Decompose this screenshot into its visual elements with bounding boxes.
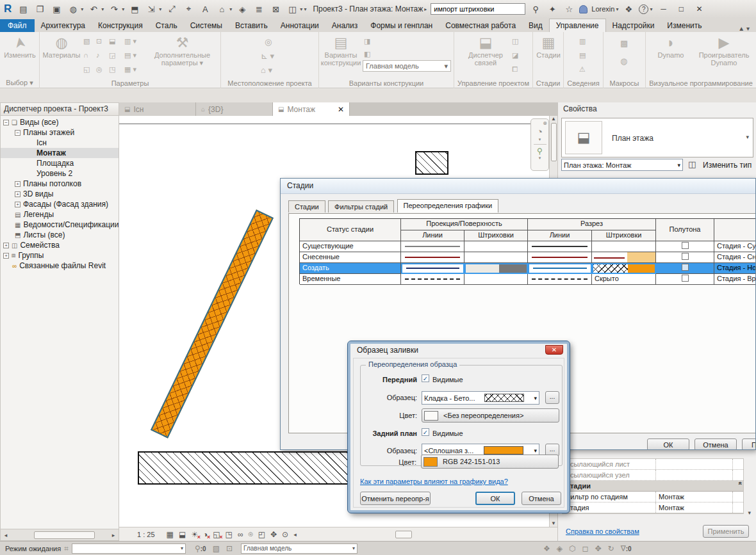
project-info-icon[interactable]: ⬓ bbox=[109, 37, 115, 45]
object-styles-icon[interactable]: ▧ bbox=[83, 37, 90, 45]
scrollbar-thumb[interactable] bbox=[34, 531, 95, 539]
tree-item-families[interactable]: +◫Семейства bbox=[1, 240, 119, 250]
instance-selector[interactable]: План этажа: Монтаж▾ bbox=[561, 159, 683, 171]
canvas-horizontal-scrollbar[interactable] bbox=[395, 531, 412, 538]
save-icon[interactable]: ▣ bbox=[50, 3, 63, 15]
background-color-button[interactable]: RGB 242-151-013 bbox=[421, 454, 559, 469]
reveal-hidden-elements-icon[interactable]: ⌾ bbox=[248, 530, 252, 539]
aligned-dimension-icon[interactable]: ⤢ bbox=[165, 3, 178, 15]
mep-settings-icon[interactable]: ▤ ▾ bbox=[124, 51, 136, 60]
cell-proj-pattern[interactable] bbox=[464, 274, 528, 285]
fill-dialog-title[interactable]: Образец заливки bbox=[350, 344, 567, 357]
cell-halftone[interactable] bbox=[656, 241, 714, 252]
tree-item-views[interactable]: −❏Виды (все) bbox=[1, 117, 119, 127]
tab-addins[interactable]: Надстройки bbox=[606, 19, 661, 32]
dynamo-button[interactable]: ◗ Dynamo bbox=[651, 35, 691, 59]
search-icon[interactable]: ⚲ bbox=[529, 3, 542, 15]
viewbar-collapse-icon[interactable]: ◂ bbox=[293, 531, 297, 538]
visual-style-icon[interactable]: ⬓ bbox=[179, 530, 186, 539]
cell-halftone[interactable] bbox=[656, 263, 714, 274]
property-row[interactable]: Ссылающийся узел bbox=[563, 470, 743, 481]
warnings-icon[interactable]: ⚠ bbox=[579, 65, 586, 74]
expand-icon[interactable]: + bbox=[3, 253, 9, 259]
tree-item-sheets[interactable]: ⬒Листы (все) bbox=[1, 230, 119, 240]
cell-halftone[interactable] bbox=[656, 252, 714, 263]
exclude-options-icon[interactable]: ▧ bbox=[213, 544, 220, 553]
drag-on-selection-icon[interactable]: ↻ bbox=[608, 544, 614, 553]
design-options-button[interactable]: ▤ Варианты конструкции bbox=[322, 35, 360, 67]
search-input[interactable] bbox=[431, 3, 525, 15]
tree-item-legends[interactable]: ▤Легенды bbox=[1, 209, 119, 220]
orange-braced-column[interactable] bbox=[151, 209, 274, 438]
tab-architecture[interactable]: Архитектура bbox=[35, 19, 92, 32]
additional-settings-button[interactable]: ⚒ Дополнительные параметры ▾ bbox=[149, 35, 216, 67]
print-icon[interactable]: ⬒ bbox=[128, 3, 141, 15]
worksharing-display-icon[interactable]: ✥ bbox=[270, 530, 277, 539]
phases-dialog-title[interactable]: Стадии bbox=[281, 179, 755, 194]
measure-dropdown-icon[interactable]: ▾ bbox=[159, 6, 161, 12]
cell-sect-lines[interactable] bbox=[528, 252, 592, 263]
redo-icon[interactable]: ↷ bbox=[108, 3, 120, 15]
level-line[interactable] bbox=[119, 124, 550, 124]
cell-material[interactable]: Стадия - Сно bbox=[714, 252, 756, 263]
expand-icon[interactable]: + bbox=[15, 202, 21, 207]
tab-view[interactable]: Вид bbox=[522, 19, 549, 32]
manage-images-icon[interactable]: ◫ bbox=[512, 37, 518, 45]
temporary-view-properties-icon[interactable]: ◰ bbox=[258, 530, 265, 539]
materials-button[interactable]: ◍ Материалы bbox=[44, 35, 79, 59]
tab-manage[interactable]: Управление bbox=[549, 19, 606, 32]
collapse-icon[interactable]: − bbox=[15, 130, 21, 136]
close-inactive-views-icon[interactable]: ⊠ bbox=[269, 3, 282, 15]
edit-type-button[interactable]: Изменить тип bbox=[703, 161, 752, 170]
expand-icon[interactable]: + bbox=[15, 181, 21, 187]
tree-item-groups[interactable]: +⧈Группы bbox=[1, 250, 119, 261]
tag-icon[interactable]: ⌖ bbox=[182, 3, 195, 15]
structural-settings-icon[interactable]: ▥ ▾ bbox=[124, 37, 136, 45]
location-icon[interactable]: ◎ bbox=[265, 37, 272, 47]
cell-halftone[interactable] bbox=[656, 274, 714, 285]
tab-phase-filters[interactable]: Фильтры стадий bbox=[328, 200, 394, 213]
browser-horizontal-scrollbar[interactable]: ◂ ▸ bbox=[1, 529, 119, 540]
revit-logo[interactable]: R bbox=[3, 3, 13, 15]
ids-icon[interactable]: ▥ bbox=[579, 37, 586, 45]
foreground-visible-checkbox[interactable]: ✓ bbox=[422, 374, 429, 382]
property-row[interactable]: Ссылающийся лист bbox=[563, 459, 743, 470]
cell-sect-lines[interactable] bbox=[528, 241, 592, 252]
halftone-checkbox[interactable] bbox=[682, 275, 689, 282]
fill-dialog-close-icon[interactable]: ✕ bbox=[545, 345, 563, 355]
undo-icon[interactable]: ↶ bbox=[87, 3, 100, 15]
reveal-constraints-icon[interactable]: ⊙ bbox=[282, 530, 288, 539]
cell-sect-lines[interactable] bbox=[528, 274, 592, 285]
properties-header[interactable]: Свойства bbox=[558, 102, 756, 116]
properties-scroll-down-icon[interactable]: ▾ bbox=[748, 510, 751, 516]
cell-proj-pattern[interactable] bbox=[464, 252, 528, 263]
phase-row-new[interactable]: Создать bbox=[300, 263, 401, 274]
view-tab-montazh[interactable]: ⬓Монтаж✕ bbox=[273, 102, 350, 116]
show-crop-region-icon[interactable]: ◱× bbox=[213, 530, 220, 539]
phase-row-demolished[interactable]: Снесенные bbox=[300, 252, 401, 263]
maximize-button[interactable]: □ bbox=[674, 3, 688, 15]
workset-dropdown[interactable]: Главная модель▾ bbox=[241, 543, 357, 554]
tab-graphic-overrides[interactable]: Переопределения графики bbox=[397, 199, 499, 213]
property-row[interactable]: СтадияМонтаж bbox=[563, 503, 743, 513]
design-option-status-dropdown[interactable]: ▾ bbox=[72, 543, 186, 554]
crop-view-icon[interactable]: ◳ bbox=[226, 530, 233, 539]
steering-wheel-2d-icon[interactable]: ◔ bbox=[537, 126, 543, 137]
project-parameters-icon[interactable]: ∩ bbox=[83, 51, 88, 59]
type-dropdown-icon[interactable]: ▾ bbox=[746, 134, 749, 140]
decal-types-icon[interactable]: ◪ bbox=[512, 51, 518, 60]
select-by-face-icon[interactable]: ✥ bbox=[595, 544, 602, 553]
modify-button[interactable]: ➤ Изменить bbox=[4, 35, 36, 59]
purge-icon[interactable]: ◎ bbox=[96, 65, 103, 74]
view-scale[interactable]: 1 : 25 bbox=[137, 531, 155, 538]
zoom-dropdown-icon[interactable]: ▾ bbox=[539, 156, 541, 161]
manage-links-button[interactable]: ⬓ Диспетчер связей bbox=[466, 35, 505, 67]
editable-only-icon[interactable]: ❖ bbox=[543, 544, 550, 553]
tab-structure[interactable]: Конструкция bbox=[92, 19, 149, 32]
panel-schedule-icon[interactable]: ▦ ▾ bbox=[124, 65, 136, 74]
halftone-checkbox[interactable] bbox=[682, 264, 689, 271]
open-icon[interactable]: ❐ bbox=[33, 3, 46, 15]
tree-item-floor-plans[interactable]: −Планы этажей bbox=[1, 127, 119, 138]
help-icon[interactable]: ? bbox=[639, 4, 648, 14]
fill-dialog-help-link[interactable]: Как эти параметры влияют на графику вида… bbox=[360, 478, 508, 485]
